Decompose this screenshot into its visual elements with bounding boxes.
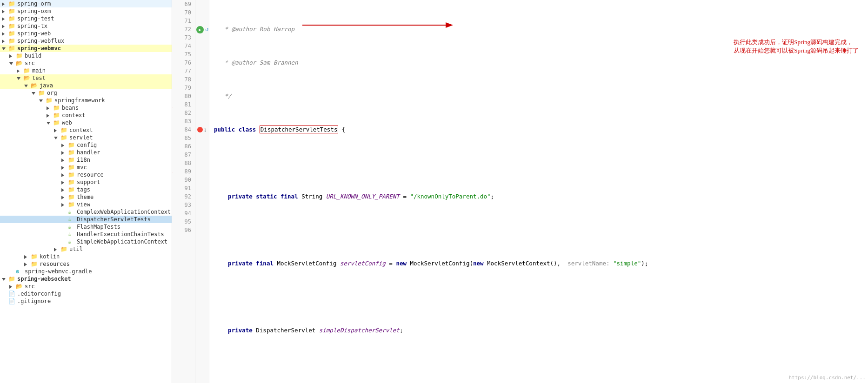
sidebar-item-mvc[interactable]: 📁 mvc bbox=[0, 164, 172, 171]
arrow-icon bbox=[2, 1, 8, 7]
sidebar-item-spring-webmvc[interactable]: 📁 spring-webmvc bbox=[0, 45, 172, 52]
arrow-icon bbox=[2, 46, 8, 51]
sidebar-item-label: util bbox=[69, 246, 83, 252]
sidebar-item-label: config bbox=[77, 142, 97, 148]
arrow-icon bbox=[24, 83, 31, 88]
sidebar-item-spring-webflux[interactable]: 📁 spring-webflux bbox=[0, 37, 172, 45]
sidebar-item-label: resource bbox=[77, 172, 104, 178]
sidebar-item-simple-web[interactable]: ☕ SimpleWebApplicationContext bbox=[0, 238, 172, 245]
sidebar-item-label: servlet bbox=[69, 134, 93, 141]
sidebar-item-test[interactable]: 📂 test bbox=[0, 74, 172, 82]
sidebar-item-theme[interactable]: 📁 theme bbox=[0, 193, 172, 201]
code-line-75 bbox=[214, 226, 868, 234]
step-over-icon[interactable]: ⤵ bbox=[204, 127, 210, 133]
sidebar-item-build[interactable]: 📁 build bbox=[0, 52, 172, 59]
arrow-icon bbox=[54, 128, 60, 133]
src-icon: 📂 bbox=[16, 60, 23, 66]
sidebar-item-view[interactable]: 📁 view bbox=[0, 201, 172, 208]
code-line-72: public class DispatcherServletTests { bbox=[214, 125, 868, 134]
sidebar-item-resources[interactable]: 📁 resources bbox=[0, 260, 172, 268]
sidebar-item-label: support bbox=[77, 179, 100, 185]
folder-icon: 📁 bbox=[23, 67, 31, 74]
arrow-icon bbox=[2, 9, 8, 14]
sidebar-item-label: spring-webflux bbox=[17, 38, 64, 44]
sidebar-item-kotlin[interactable]: 📁 kotlin bbox=[0, 253, 172, 260]
arrow-icon bbox=[32, 91, 38, 96]
sidebar-item-label: FlashMapTests bbox=[77, 224, 120, 230]
sidebar-item-editorconfig[interactable]: 📄 .editorconfig bbox=[0, 290, 172, 297]
folder-icon: 📁 bbox=[68, 142, 75, 148]
sidebar-item-spring-oxm[interactable]: 📁 spring-oxm bbox=[0, 7, 172, 15]
sidebar-item-support[interactable]: 📁 support bbox=[0, 178, 172, 186]
folder-icon: 📁 bbox=[16, 53, 23, 59]
gradle-icon: ⚙ bbox=[16, 268, 23, 275]
folder-icon: 📁 bbox=[46, 97, 53, 104]
sidebar-item-util[interactable]: 📁 util bbox=[0, 245, 172, 253]
sidebar-item-label: main bbox=[32, 67, 46, 74]
arrow-icon bbox=[9, 61, 16, 66]
sidebar-item-spring-websocket[interactable]: 📁 spring-websocket bbox=[0, 275, 172, 283]
folder-icon: 📁 bbox=[68, 201, 75, 208]
gutter: ▶ ↺ ⤵ bbox=[195, 0, 209, 383]
file-icon: 📄 bbox=[8, 291, 16, 297]
folder-icon: 📁 bbox=[53, 119, 60, 126]
sidebar-item-servlet[interactable]: 📁 servlet bbox=[0, 134, 172, 141]
sidebar-item-gitignore[interactable]: 📄 .gitignore bbox=[0, 297, 172, 305]
java-file-icon: ☕ bbox=[68, 238, 75, 245]
sidebar-item-i18n[interactable]: 📁 i18n bbox=[0, 156, 172, 164]
sidebar-item-complex-web[interactable]: ☕ ComplexWebApplicationContext bbox=[0, 208, 172, 216]
sidebar-item-tags[interactable]: 📁 tags bbox=[0, 186, 172, 193]
sidebar-item-src[interactable]: 📂 src bbox=[0, 59, 172, 67]
arrow-icon bbox=[61, 180, 68, 185]
code-editor[interactable]: 69 70 71 72 73 74 75 76 77 78 79 80 81 8… bbox=[172, 0, 868, 383]
sidebar-item-java[interactable]: 📂 java bbox=[0, 82, 172, 89]
folder-icon: 📁 bbox=[8, 0, 16, 7]
arrow-icon bbox=[39, 98, 46, 103]
folder-icon: 📁 bbox=[53, 105, 60, 111]
folder-icon: 📁 bbox=[60, 134, 68, 141]
sidebar-item-org[interactable]: 📁 org bbox=[0, 89, 172, 97]
folder-icon: 📁 bbox=[31, 253, 38, 260]
sidebar-item-spring-test[interactable]: 📁 spring-test bbox=[0, 15, 172, 22]
sidebar-item-gradle[interactable]: ⚙ spring-webmvc.gradle bbox=[0, 268, 172, 275]
sidebar-item-label: mvc bbox=[77, 164, 87, 171]
sidebar-item-handler[interactable]: 📁 handler bbox=[0, 149, 172, 156]
sidebar-item-main[interactable]: 📁 main bbox=[0, 67, 172, 74]
arrow-icon bbox=[54, 135, 60, 140]
sidebar-item-label: build bbox=[25, 53, 41, 59]
breakpoint-icon[interactable] bbox=[197, 127, 203, 132]
run-icon[interactable]: ▶ bbox=[196, 26, 204, 33]
sidebar-item-label: test bbox=[32, 75, 46, 81]
folder-icon: 📁 bbox=[8, 30, 16, 37]
sidebar-item-web[interactable]: 📁 web bbox=[0, 119, 172, 126]
sidebar-item-spring-tx[interactable]: 📁 spring-tx bbox=[0, 22, 172, 30]
sidebar-item-springframework[interactable]: 📁 springframework bbox=[0, 97, 172, 104]
code-line-70: * @author Sam Brannen bbox=[214, 59, 868, 67]
code-content[interactable]: * @author Rob Harrop * @author Sam Brann… bbox=[209, 0, 868, 383]
sidebar-item-label: SimpleWebApplicationContext bbox=[77, 238, 167, 245]
file-tree[interactable]: 📁 spring-orm 📁 spring-oxm 📁 spring-test … bbox=[0, 0, 172, 383]
sidebar-item-label: theme bbox=[77, 194, 93, 200]
sidebar-item-label: springframework bbox=[54, 97, 105, 104]
sidebar-item-dispatcher-servlet-tests[interactable]: ☕ DispatcherServletTests bbox=[0, 216, 172, 223]
sidebar-item-label: web bbox=[62, 119, 72, 126]
sidebar-item-spring-orm[interactable]: 📁 spring-orm bbox=[0, 0, 172, 7]
sidebar-item-resource[interactable]: 📁 resource bbox=[0, 171, 172, 178]
sidebar-item-config[interactable]: 📁 config bbox=[0, 141, 172, 149]
sidebar-item-label: spring-websocket bbox=[17, 276, 71, 282]
file-icon: 📄 bbox=[8, 298, 16, 304]
sidebar-item-spring-web[interactable]: 📁 spring-web bbox=[0, 30, 172, 37]
sidebar-item-websocket-src[interactable]: 📂 src bbox=[0, 283, 172, 290]
sidebar-item-context[interactable]: 📁 context bbox=[0, 112, 172, 119]
sidebar-item-beans[interactable]: 📁 beans bbox=[0, 104, 172, 112]
sidebar-item-handler-execution[interactable]: ☕ HandlerExecutionChainTests bbox=[0, 231, 172, 238]
class-name-highlight: DispatcherServletTests bbox=[260, 125, 339, 133]
sidebar-item-label: context bbox=[62, 112, 86, 119]
code-line-79 bbox=[214, 360, 868, 368]
sidebar-item-label: resources bbox=[40, 261, 70, 267]
sidebar-item-label: handler bbox=[77, 149, 100, 156]
sidebar-item-web-context[interactable]: 📁 context bbox=[0, 126, 172, 134]
sidebar-item-flashmap-tests[interactable]: ☕ FlashMapTests bbox=[0, 223, 172, 231]
reload-icon[interactable]: ↺ bbox=[205, 26, 212, 33]
sidebar-item-label: beans bbox=[62, 105, 79, 111]
